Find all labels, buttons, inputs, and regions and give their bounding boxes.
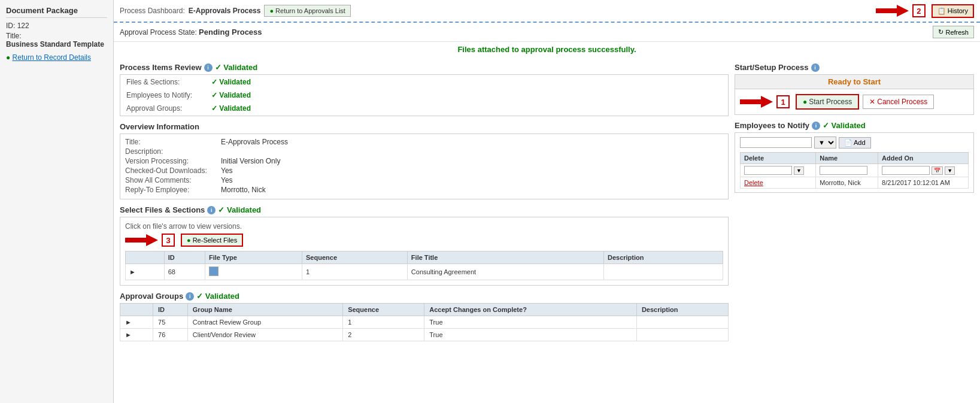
table-row: Delete Morrotto, Nick 8/21/2017 10:12:01… <box>741 177 969 189</box>
annotation-number-2: 2 <box>912 4 926 17</box>
notify-filter-delete-input[interactable] <box>744 166 792 175</box>
reselect-icon: ● <box>187 237 191 244</box>
approval-state-value: Pending Process <box>199 28 262 37</box>
cancel-process-label: Cancel Process <box>877 98 927 106</box>
notify-delete-0: Delete <box>741 177 816 189</box>
ov-label-checkout: Checked-Out Downloads: <box>125 166 221 175</box>
refresh-button[interactable]: ↻ Refresh <box>933 26 974 38</box>
files-expand-btn[interactable]: ► <box>126 264 165 280</box>
start-process-button[interactable]: ● Start Process <box>796 94 859 110</box>
ov-label-description: Description: <box>125 147 221 156</box>
table-row: ► 75 Contract Review Group 1 True <box>120 316 729 329</box>
groups-expand-0[interactable]: ► <box>120 316 153 329</box>
files-validated: ✓ Validated <box>218 205 261 214</box>
files-table: ID File Type Sequence File Title Descrip… <box>125 251 723 280</box>
second-header-bar: Approval Process State: Pending Process … <box>114 23 980 42</box>
notify-filter-delete-btn[interactable]: ▼ <box>794 166 804 175</box>
notify-added-0: 8/21/2017 10:12:01 AM <box>878 177 969 189</box>
files-section-title: Select Files & Sections <box>120 205 205 214</box>
history-button[interactable]: 📋 History <box>932 4 974 18</box>
setup-ready-label: Ready to Start <box>735 75 973 89</box>
groups-expand-1[interactable]: ► <box>120 329 153 341</box>
svg-marker-1 <box>125 234 158 246</box>
employees-notify-info-icon[interactable]: i <box>812 122 820 130</box>
review-label-1: Employees to Notify: <box>122 89 205 101</box>
notify-filter-added-input[interactable] <box>882 166 930 175</box>
notify-table: Delete Name Added On ▼ <box>740 152 969 189</box>
notify-search-input[interactable] <box>740 137 812 148</box>
top-header-left: Process Dashboard: E-Approvals Process ●… <box>120 5 351 17</box>
groups-col-accept: Accept Changes on Complete? <box>424 304 637 316</box>
table-row: Files & Sections: ✓ Validated <box>122 76 727 88</box>
employees-notify-validated: ✓ Validated <box>823 121 866 130</box>
annotation-arrow-3 <box>125 233 158 247</box>
cancel-process-button[interactable]: ✕ Cancel Process <box>863 95 934 109</box>
table-row: ► 68 1 Consulting Agreement <box>126 264 723 280</box>
groups-section-header: Approval Groups i ✓ Validated <box>120 292 729 301</box>
notify-col-name: Name <box>816 153 878 164</box>
annotation-number-3: 3 <box>162 234 175 247</box>
ov-value-replyto: Morrotto, Nick <box>221 186 266 194</box>
notify-filter-name-input[interactable] <box>820 166 867 175</box>
content-area: Process Items Review i ✓ Validated Files… <box>114 57 980 347</box>
notify-dropdown[interactable]: ▼ <box>814 137 836 149</box>
history-icon: 📋 <box>937 7 946 15</box>
files-col-id: ID <box>164 252 205 264</box>
files-col-filetype: File Type <box>205 252 302 264</box>
files-instruction: Click on file's arrow to view versions. <box>125 222 723 231</box>
overview-row-checkout: Checked-Out Downloads: Yes <box>125 166 723 175</box>
notify-filter-added-btn[interactable]: ▼ <box>945 166 955 175</box>
setup-box: Ready to Start 1 ● Start Process <box>735 74 974 115</box>
process-dashboard-label: Process Dashboard: <box>120 7 185 15</box>
overview-header: Overview Information <box>120 122 729 131</box>
approval-state-row: Approval Process State: Pending Process <box>120 28 262 37</box>
ov-label-replyto: Reply-To Employee: <box>125 186 221 194</box>
notify-add-button[interactable]: 📄 Add <box>839 137 871 149</box>
groups-table: ID Group Name Sequence Accept Changes on… <box>120 303 729 341</box>
ov-value-version: Initial Version Only <box>221 157 280 165</box>
files-sequence: 1 <box>302 264 408 280</box>
start-process-label: Start Process <box>809 98 852 106</box>
files-filetype <box>205 264 302 280</box>
notify-col-delete: Delete <box>741 153 816 164</box>
groups-col-id: ID <box>153 304 188 316</box>
sidebar-id-label: ID: <box>6 22 15 30</box>
red-arrow-icon-2 <box>876 4 909 18</box>
groups-section-title: Approval Groups <box>120 292 183 301</box>
notify-delete-link-0[interactable]: Delete <box>744 179 763 186</box>
green-dot-icon: ● <box>6 53 10 62</box>
groups-name-0: Contract Review Group <box>187 316 342 329</box>
notify-filter-name <box>816 164 878 177</box>
ov-value-title: E-Approvals Process <box>221 138 288 146</box>
table-row: Approval Groups: ✓ Validated <box>122 102 727 114</box>
sidebar-title-label: Title: <box>6 32 22 40</box>
sidebar-title-value: Business Standard Template <box>6 40 104 49</box>
review-value-1: ✓ Validated <box>207 89 727 101</box>
start-icon: ● <box>803 98 807 106</box>
start-setup-info-icon[interactable]: i <box>811 63 820 72</box>
groups-info-icon[interactable]: i <box>186 292 194 301</box>
table-row: ► 76 Client/Vendor Review 2 True <box>120 329 729 341</box>
files-section-header: Select Files & Sections i ✓ Validated <box>120 205 729 214</box>
return-to-approvals-button[interactable]: ● Return to Approvals List <box>264 5 350 17</box>
overview-row-title: Title: E-Approvals Process <box>125 138 723 146</box>
svg-marker-0 <box>876 5 909 17</box>
ov-label-version: Version Processing: <box>125 157 221 165</box>
ov-label-title: Title: <box>125 138 221 146</box>
groups-col-sequence: Sequence <box>343 304 424 316</box>
return-to-record-link[interactable]: Return to Record Details <box>13 53 91 62</box>
approval-state-label: Approval Process State: <box>120 28 197 37</box>
add-icon: 📄 <box>844 139 852 147</box>
files-section-info-icon[interactable]: i <box>207 206 216 214</box>
review-label-0: Files & Sections: <box>122 76 205 88</box>
groups-description-1 <box>636 329 728 341</box>
reselect-files-button[interactable]: ● Re-Select Files <box>181 234 243 247</box>
success-message: Files attached to approval process succe… <box>114 42 980 57</box>
files-col-description: Description <box>603 252 723 264</box>
add-label: Add <box>854 139 866 146</box>
files-col-filetitle: File Title <box>407 252 603 264</box>
sidebar-title: Document Package <box>6 6 107 18</box>
notify-filter-calendar-btn[interactable]: 📅 <box>932 166 943 175</box>
annotation-arrow-2 <box>876 4 909 18</box>
process-items-info-icon[interactable]: i <box>204 63 213 72</box>
